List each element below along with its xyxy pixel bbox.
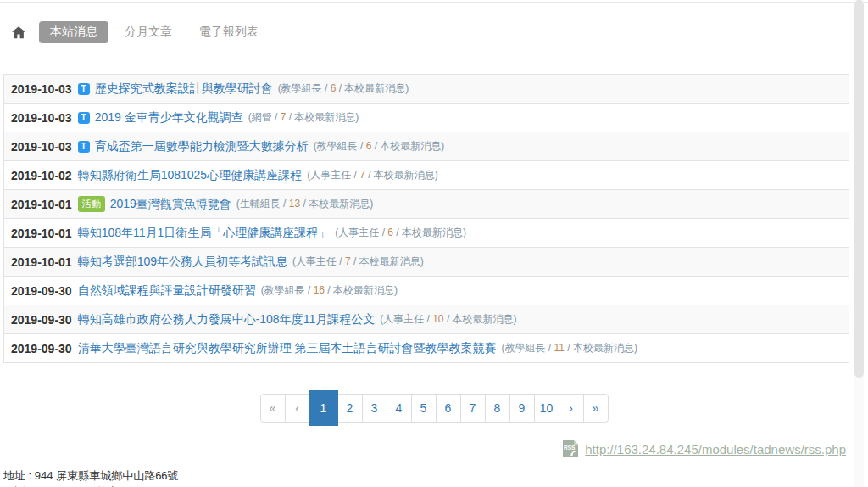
news-date: 2019-09-30 [11, 342, 72, 355]
news-meta: (教學組長 / 16 / 本校最新消息) [261, 283, 398, 298]
views-count: 7 [281, 111, 287, 123]
pinned-icon: T [78, 83, 90, 95]
news-title-link[interactable]: 轉知108年11月1日衛生局「心理健康講座課程」 [78, 226, 331, 241]
views-count: 6 [387, 227, 393, 238]
news-title-link[interactable]: 育成盃第一屆數學能力檢測暨大數據分析 [95, 139, 309, 154]
news-row: 2019-10-01轉知108年11月1日衛生局「心理健康講座課程」(人事主任 … [4, 219, 849, 248]
page-last[interactable]: » [583, 394, 609, 423]
news-meta: (人事主任 / 10 / 本校最新消息) [380, 312, 516, 327]
news-date: 2019-10-03 [11, 82, 72, 96]
page-6[interactable]: 6 [436, 394, 461, 423]
news-date: 2019-10-03 [11, 140, 72, 154]
views-count: 13 [289, 198, 300, 210]
nav-tab-site-news[interactable]: 本站消息 [39, 21, 108, 43]
news-row: 2019-10-01轉知考選部109年公務人員初等考試訊息(人事主任 / 7 /… [4, 248, 849, 277]
news-row: 2019-10-01活動2019臺灣觀賞魚博覽會(生輔組長 / 13 / 本校最… [4, 190, 849, 219]
activity-badge: 活動 [78, 196, 105, 212]
scrollbar[interactable] [854, 0, 864, 487]
news-row: 2019-10-03T育成盃第一屆數學能力檢測暨大數據分析(教學組長 / 6 /… [4, 132, 849, 161]
rss-url: http://163.24.84.245/modules/tadnews/rss… [585, 442, 846, 456]
news-title-link[interactable]: 2019臺灣觀賞魚博覽會 [110, 197, 231, 212]
footer-address: 地址 : 944 屏東縣車城鄉中山路66號 [3, 468, 868, 484]
page-8[interactable]: 8 [485, 394, 510, 423]
nav-tab-newsletter-list[interactable]: 電子報列表 [188, 21, 270, 43]
page-1[interactable]: 1 [309, 390, 338, 426]
news-meta: (人事主任 / 7 / 本校最新消息) [292, 255, 424, 269]
news-row: 2019-09-30自然領域課程與評量設計研發研習(教學組長 / 16 / 本校… [4, 277, 849, 305]
news-row: 2019-10-02轉知縣府衛生局1081025心理健康講座課程(人事主任 / … [4, 161, 849, 190]
page-5[interactable]: 5 [411, 394, 437, 423]
news-title-link[interactable]: 轉知考選部109年公務人員初等考試訊息 [78, 255, 287, 270]
views-count: 7 [345, 255, 351, 267]
news-row: 2019-10-03T2019 金車青少年文化觀調查(網管 / 7 / 本校最新… [4, 104, 849, 132]
pagination: «‹12345678910›» [260, 394, 609, 423]
news-meta: (網管 / 7 / 本校最新消息) [248, 110, 359, 125]
news-list: 2019-10-03T歷史探究式教案設計與教學研討會(教學組長 / 6 / 本校… [3, 74, 849, 363]
news-title-link[interactable]: 轉知縣府衛生局1081025心理健康講座課程 [78, 168, 303, 183]
rss-link[interactable]: RSS http://163.24.84.245/modules/tadnews… [561, 439, 846, 458]
news-meta: (教學組長 / 6 / 本校最新消息) [314, 139, 445, 154]
news-date: 2019-10-02 [11, 169, 72, 182]
page-footer: 地址 : 944 屏東縣車城鄉中山路66號 電話 : 08 8821006 傳真… [3, 468, 868, 487]
news-row: 2019-10-03T歷史探究式教案設計與教學研討會(教學組長 / 6 / 本校… [4, 75, 849, 104]
views-count: 16 [314, 284, 325, 296]
nav-tab-monthly-articles[interactable]: 分月文章 [114, 21, 183, 43]
page-10[interactable]: 10 [534, 394, 559, 423]
news-meta: (人事主任 / 7 / 本校最新消息) [307, 168, 438, 182]
news-date: 2019-10-03 [11, 111, 72, 125]
pinned-icon: T [78, 112, 90, 124]
home-icon[interactable] [12, 26, 25, 39]
news-meta: (人事主任 / 6 / 本校最新消息) [335, 226, 466, 240]
views-count: 6 [366, 140, 372, 152]
news-title-link[interactable]: 歷史探究式教案設計與教學研討會 [95, 81, 273, 97]
news-date: 2019-09-30 [11, 284, 72, 298]
news-date: 2019-10-01 [11, 255, 72, 269]
views-count: 7 [359, 169, 365, 181]
news-meta: (教學組長 / 6 / 本校最新消息) [278, 81, 409, 96]
breadcrumb: 本站消息分月文章電子報列表 [12, 21, 868, 43]
news-title-link[interactable]: 2019 金車青少年文化觀調查 [95, 110, 243, 126]
scrollbar-thumb[interactable] [854, 0, 864, 378]
news-title-link[interactable]: 清華大學臺灣語言研究與教學研究所辦理 第三屆本土語言研討會暨教學教案競賽 [78, 341, 497, 356]
svg-text:RSS: RSS [564, 445, 576, 451]
news-date: 2019-10-01 [11, 227, 72, 240]
page-next[interactable]: › [559, 394, 584, 423]
views-count: 10 [432, 313, 443, 325]
news-date: 2019-10-01 [11, 198, 72, 211]
page-first[interactable]: « [260, 394, 286, 423]
top-divider [0, 0, 868, 3]
news-meta: (生輔組長 / 13 / 本校最新消息) [236, 197, 373, 211]
pinned-icon: T [78, 141, 90, 153]
rss-icon: RSS [561, 439, 580, 458]
news-title-link[interactable]: 自然領域課程與評量設計研發研習 [78, 283, 256, 299]
page-3[interactable]: 3 [362, 394, 387, 423]
page-7[interactable]: 7 [460, 394, 486, 423]
news-date: 2019-09-30 [11, 313, 72, 327]
page-4[interactable]: 4 [387, 394, 412, 423]
page-2[interactable]: 2 [337, 394, 363, 423]
page-9[interactable]: 9 [509, 394, 535, 423]
views-count: 6 [331, 82, 337, 94]
views-count: 11 [554, 342, 565, 354]
news-row: 2019-09-30清華大學臺灣語言研究與教學研究所辦理 第三屆本土語言研討會暨… [4, 334, 849, 363]
news-meta: (教學組長 / 11 / 本校最新消息) [502, 341, 637, 355]
page-prev[interactable]: ‹ [285, 394, 310, 423]
news-title-link[interactable]: 轉知高雄市政府公務人力發展中心-108年度11月課程公文 [78, 312, 376, 327]
news-row: 2019-09-30轉知高雄市政府公務人力發展中心-108年度11月課程公文(人… [4, 305, 849, 334]
rss-row: RSS http://163.24.84.245/modules/tadnews… [0, 439, 846, 458]
